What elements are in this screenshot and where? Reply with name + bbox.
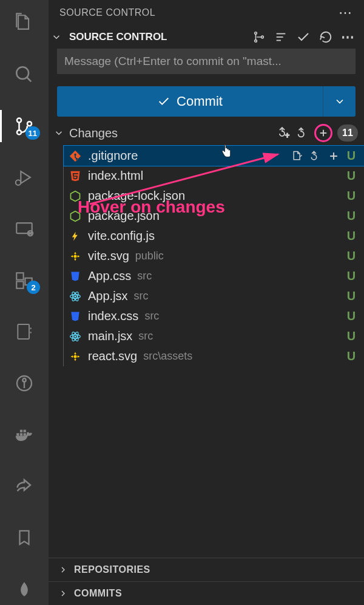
svg-point-26 — [255, 40, 257, 43]
scm-section-header[interactable]: SOURCE CONTROL ⋯ — [49, 26, 364, 49]
ext-badge: 2 — [27, 281, 40, 294]
panel-more-icon[interactable]: ⋯ — [339, 5, 353, 21]
activity-bar: 11 2 — [0, 0, 49, 605]
svg-rect-24 — [24, 429, 26, 432]
file-type-icon — [69, 250, 82, 263]
file-actions — [291, 150, 340, 162]
section-more-icon[interactable]: ⋯ — [341, 29, 354, 45]
refresh-icon[interactable] — [319, 30, 332, 44]
svg-point-0 — [16, 67, 29, 79]
activity-search[interactable] — [0, 59, 49, 91]
repositories-label: REPOSITORIES — [74, 564, 150, 575]
file-row[interactable]: index.html U — [64, 166, 364, 186]
panel-header: SOURCE CONTROL ⋯ — [49, 0, 364, 26]
file-name: App.jsx — [88, 289, 128, 303]
file-status: U — [346, 229, 357, 243]
file-name: App.css — [88, 269, 131, 283]
file-type-icon — [69, 350, 82, 363]
commits-label: COMMITS — [74, 588, 122, 599]
commit-check-icon[interactable] — [296, 30, 311, 44]
changes-header[interactable]: Changes + 11 — [49, 117, 364, 146]
svg-marker-5 — [21, 171, 30, 183]
changes-count: 11 — [337, 125, 358, 142]
file-row[interactable]: package-lock.json U — [64, 186, 364, 206]
svg-point-40 — [74, 295, 76, 297]
svg-rect-7 — [16, 223, 32, 233]
view-list-icon[interactable] — [274, 30, 288, 44]
chevron-down-icon — [51, 32, 62, 43]
file-path: public — [135, 250, 164, 262]
file-name: vite.svg — [88, 249, 129, 263]
stage-all-icon[interactable] — [314, 124, 332, 142]
file-status: U — [346, 349, 357, 363]
panel-title: SOURCE CONTROL — [59, 7, 155, 18]
file-path: src — [138, 330, 153, 343]
notebook-icon — [15, 322, 34, 341]
file-status: U — [346, 189, 357, 203]
file-name: main.jsx — [88, 329, 132, 343]
file-type-icon — [69, 169, 82, 183]
svg-point-44 — [74, 335, 76, 337]
repositories-section[interactable]: REPOSITORIES — [49, 558, 364, 582]
file-type-icon — [69, 270, 82, 283]
discard-all-icon[interactable] — [296, 126, 309, 140]
view-tree-icon[interactable] — [252, 30, 266, 44]
svg-point-25 — [255, 32, 257, 35]
search-icon — [14, 64, 35, 85]
file-row[interactable]: vite.config.js U — [64, 226, 364, 246]
commit-button-label: Commit — [177, 94, 223, 109]
activity-notebook[interactable] — [0, 316, 49, 348]
chevron-down-icon — [53, 128, 64, 138]
svg-rect-20 — [16, 433, 19, 436]
footer-sections: REPOSITORIES COMMITS — [49, 558, 364, 605]
activity-scm[interactable]: 11 — [0, 110, 49, 142]
file-name: package.json — [88, 209, 160, 223]
commit-button-row: Commit — [57, 86, 356, 117]
svg-rect-12 — [16, 281, 23, 288]
commits-section[interactable]: COMMITS — [49, 582, 364, 605]
changes-label: Changes — [69, 126, 272, 140]
bookmark-icon — [15, 527, 33, 548]
file-type-icon — [69, 190, 82, 203]
file-status: U — [346, 249, 357, 263]
activity-share[interactable] — [0, 470, 49, 502]
file-row[interactable]: .gitignore U — [64, 146, 364, 166]
activity-bookmark[interactable] — [0, 522, 49, 554]
file-row[interactable]: vite.svg public U — [64, 246, 364, 266]
file-type-icon — [69, 330, 82, 343]
open-file-icon[interactable] — [291, 150, 303, 162]
commit-message-input[interactable]: Message (Ctrl+Enter to commit on "mast..… — [57, 49, 356, 74]
file-row[interactable]: App.css src U — [64, 266, 364, 286]
file-type-icon — [69, 310, 82, 323]
file-name: package-lock.json — [88, 189, 185, 203]
remote-icon — [14, 219, 35, 239]
file-row[interactable]: App.jsx src U — [64, 286, 364, 306]
svg-point-18 — [22, 378, 25, 381]
commit-button[interactable]: Commit — [57, 86, 323, 117]
activity-docker[interactable] — [0, 419, 49, 451]
file-row[interactable]: package.json U — [64, 206, 364, 226]
activity-extensions[interactable]: 2 — [0, 264, 49, 296]
file-name: vite.config.js — [88, 229, 155, 243]
file-name: .gitignore — [88, 149, 138, 163]
svg-line-1 — [27, 77, 31, 81]
svg-point-3 — [17, 130, 21, 134]
file-row[interactable]: main.jsx src U — [64, 326, 364, 346]
activity-mongo[interactable] — [0, 573, 49, 605]
activity-debug[interactable] — [0, 162, 49, 194]
commit-dropdown[interactable] — [323, 86, 356, 117]
stage-icon[interactable] — [328, 150, 340, 162]
gitlens-icon — [15, 374, 34, 393]
files-icon — [14, 13, 35, 33]
activity-gitlens[interactable] — [0, 367, 49, 400]
debug-icon — [14, 167, 35, 188]
file-row[interactable]: index.css src U — [64, 306, 364, 326]
svg-point-2 — [17, 118, 21, 122]
activity-remote[interactable] — [0, 213, 49, 245]
svg-point-27 — [261, 36, 264, 38]
file-path: src — [137, 270, 152, 282]
activity-explorer[interactable] — [0, 7, 49, 39]
discard-icon[interactable] — [309, 150, 322, 162]
file-row[interactable]: react.svg src\assets U — [64, 346, 364, 366]
stash-icon[interactable]: + — [277, 126, 291, 140]
